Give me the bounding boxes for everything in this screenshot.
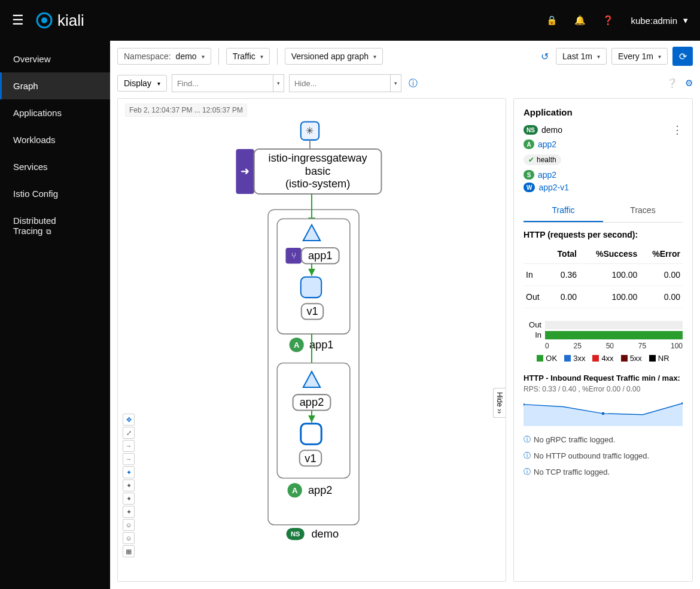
app-badge: A xyxy=(524,139,534,149)
layout1-icon[interactable]: ✦ xyxy=(123,466,135,478)
graph-type-selector[interactable]: Versioned app graph ▾ xyxy=(285,48,383,65)
duration-selector[interactable]: Last 1m ▾ xyxy=(556,48,607,65)
tab-traffic[interactable]: Traffic xyxy=(524,199,603,222)
sidebar-item-applications[interactable]: Applications xyxy=(0,99,110,126)
graph-help-icon[interactable]: ❔ xyxy=(666,78,678,89)
graph-settings-icon[interactable]: ⚙ xyxy=(685,78,693,89)
help-icon[interactable]: ❓ xyxy=(602,15,614,26)
panel-svc-link[interactable]: app2 xyxy=(538,170,556,180)
svg-point-1 xyxy=(41,17,47,23)
inbound-sparkline: HTTP - Inbound Request Traffic min / max… xyxy=(524,374,683,429)
hide-dropdown[interactable]: ▾ xyxy=(391,74,401,92)
svc-badge: S xyxy=(524,170,534,180)
svg-text:⑂: ⑂ xyxy=(291,251,296,260)
drag-icon[interactable]: ✥ xyxy=(123,414,135,426)
layout4-icon[interactable]: ✦ xyxy=(123,506,135,518)
caret-down-icon: ▾ xyxy=(373,53,376,60)
layout3-icon[interactable]: ✦ xyxy=(123,493,135,505)
msg-http-out: ⓘNo HTTP outbound traffic logged. xyxy=(524,451,683,461)
caret-down-icon: ▾ xyxy=(658,53,661,60)
external-link-icon: ⧉ xyxy=(46,227,51,236)
namespace-label: NS demo xyxy=(286,528,339,540)
refresh-interval-selector[interactable]: Every 1m ▾ xyxy=(611,48,668,65)
sidebar-item-distributed-tracing[interactable]: Distributed Tracing⧉ xyxy=(0,207,110,244)
edge-label-selector[interactable]: Traffic ▾ xyxy=(226,48,270,65)
svg-text:app2: app2 xyxy=(308,484,333,496)
kebab-menu[interactable]: ⋮ xyxy=(672,123,683,136)
svg-text:v1: v1 xyxy=(305,453,316,464)
menu-toggle[interactable]: ☰ xyxy=(12,13,24,28)
hide-input[interactable] xyxy=(289,74,391,92)
fit-icon[interactable]: ⤢ xyxy=(123,427,135,439)
success-bar-chart: Out In 0 25 50 75 100 OK 3xx 4xx 5xx xyxy=(524,320,683,363)
appbox-label-app2: A app2 xyxy=(288,483,333,497)
find-dropdown[interactable]: ▾ xyxy=(273,74,284,92)
replay-icon[interactable]: ↺ xyxy=(541,51,549,62)
traffic-table: Total %Success %Error In 0.36 100.00 0.0… xyxy=(524,244,683,308)
layout2-icon[interactable]: ✦ xyxy=(123,479,135,491)
info-icon: ⓘ xyxy=(524,435,531,445)
caret-down-icon: ▾ xyxy=(157,80,160,87)
svg-point-42 xyxy=(602,412,605,415)
caret-down-icon: ▾ xyxy=(260,53,263,60)
caret-down-icon: ▾ xyxy=(683,15,688,26)
display-options[interactable]: Display ▾ xyxy=(117,75,167,92)
panel-title: Application xyxy=(524,107,573,117)
side-panel: Application NS demo ⋮ A app2 ✔ health S xyxy=(513,98,693,582)
layout-h2-icon[interactable]: → xyxy=(123,453,135,465)
sidebar-item-workloads[interactable]: Workloads xyxy=(0,126,110,153)
layout6-icon[interactable]: ☺ xyxy=(123,532,135,544)
sidebar-item-overview[interactable]: Overview xyxy=(0,45,110,72)
sidebar-item-graph[interactable]: Graph xyxy=(0,72,110,99)
svg-text:✳: ✳ xyxy=(306,125,314,136)
msg-grpc: ⓘNo gRPC traffic logged. xyxy=(524,435,683,445)
sidebar-item-services[interactable]: Services xyxy=(0,153,110,180)
bell-icon[interactable]: 🔔 xyxy=(574,15,586,26)
svg-text:app2: app2 xyxy=(300,396,324,408)
ns-badge: NS xyxy=(524,125,538,135)
msg-tcp: ⓘNo TCP traffic logged. xyxy=(524,467,683,477)
health-chip: ✔ health xyxy=(524,154,561,165)
layout-h1-icon[interactable]: → xyxy=(123,440,135,452)
http-section-title: HTTP (requests per second): xyxy=(524,230,683,239)
svg-text:istio-ingressgateway: istio-ingressgateway xyxy=(269,152,368,164)
legend-icon[interactable]: ▦ xyxy=(123,545,135,557)
find-help-icon[interactable]: ⓘ xyxy=(409,78,418,89)
svg-text:A: A xyxy=(294,341,300,350)
svg-text:(istio-system): (istio-system) xyxy=(285,178,350,190)
svg-text:NS: NS xyxy=(291,530,300,538)
node-app2-service: app2 xyxy=(293,394,331,410)
node-app1-service: ⑂ app1 xyxy=(285,248,339,263)
find-input[interactable] xyxy=(172,74,273,92)
brand-logo: kiali xyxy=(36,11,84,30)
panel-app-link[interactable]: app2 xyxy=(538,139,556,149)
panel-wl-link[interactable]: app2-v1 xyxy=(538,183,569,192)
layout5-icon[interactable]: ☺ xyxy=(123,519,135,531)
user-name: kube:admin xyxy=(631,16,677,26)
svg-text:v1: v1 xyxy=(306,305,318,317)
hide-panel-toggle[interactable]: Hide ›› xyxy=(493,388,506,418)
kiali-logo-icon xyxy=(36,12,53,29)
wl-badge: W xyxy=(524,183,535,192)
graph-controls: ✥ ⤢ → → ✦ ✦ ✦ ✦ ☺ ☺ ▦ xyxy=(123,414,135,557)
table-row-in: In 0.36 100.00 0.00 xyxy=(524,264,683,286)
graph-canvas[interactable]: Feb 2, 12:04:37 PM ... 12:05:37 PM ✳ ➜ i… xyxy=(117,98,506,582)
svg-text:demo: demo xyxy=(311,528,339,540)
info-icon: ⓘ xyxy=(524,467,531,477)
info-icon: ⓘ xyxy=(524,451,531,461)
svg-text:A: A xyxy=(292,486,298,495)
tab-traces[interactable]: Traces xyxy=(603,199,683,222)
panel-namespace: demo xyxy=(541,125,562,135)
caret-down-icon: ▾ xyxy=(202,53,205,60)
svg-text:app1: app1 xyxy=(309,339,334,351)
user-menu[interactable]: kube:admin ▾ xyxy=(631,15,688,26)
namespace-selector[interactable]: Namespace: demo ▾ xyxy=(117,48,211,65)
sidebar-item-istio-config[interactable]: Istio Config xyxy=(0,180,110,207)
svg-rect-20 xyxy=(301,277,321,297)
lock-icon[interactable]: 🔒 xyxy=(546,15,558,26)
refresh-icon: ⟳ xyxy=(679,51,687,62)
refresh-button[interactable]: ⟳ xyxy=(672,47,693,66)
svg-text:➜: ➜ xyxy=(241,165,249,177)
topology-graph: ✳ ➜ istio-ingressgateway basic (istio-sy… xyxy=(118,99,506,581)
caret-down-icon: ▾ xyxy=(597,53,600,60)
